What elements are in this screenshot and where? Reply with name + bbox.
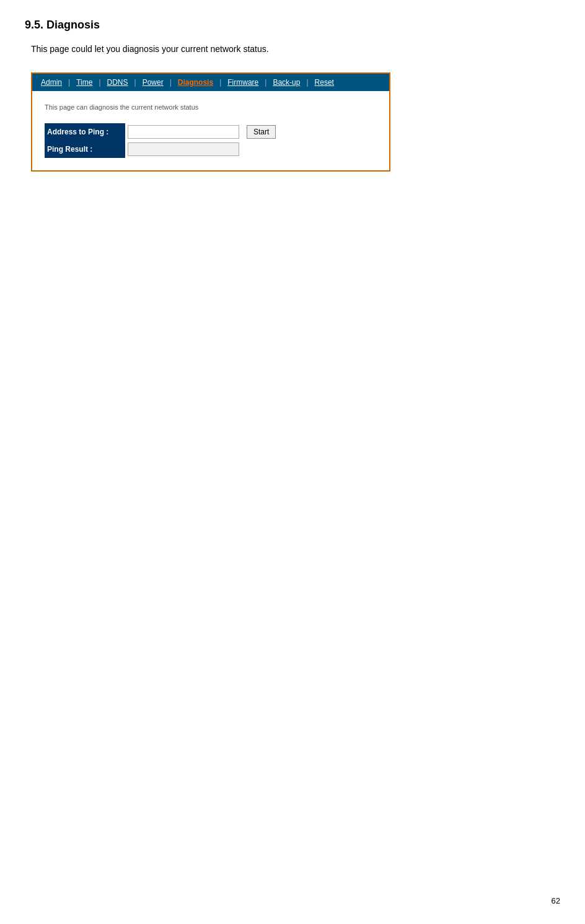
nav-sep-4: | [170, 78, 172, 87]
ping-result-input-cell [125, 141, 242, 158]
nav-item-admin[interactable]: Admin [36, 76, 67, 89]
nav-item-diagnosis[interactable]: Diagnosis [173, 76, 218, 89]
ping-result-label: Ping Result : [45, 141, 125, 158]
nav-item-ddns[interactable]: DDNS [102, 76, 133, 89]
table-row-result: Ping Result : [45, 141, 278, 158]
form-table: Address to Ping : Start Ping Result : [45, 123, 278, 158]
start-button[interactable]: Start [247, 125, 276, 139]
nav-sep-6: | [265, 78, 266, 87]
nav-sep-5: | [219, 78, 221, 87]
address-to-ping-label: Address to Ping : [45, 123, 125, 141]
nav-bar: Admin | Time | DDNS | Power | Diagnosis … [32, 74, 389, 91]
nav-sep-2: | [99, 78, 100, 87]
nav-item-firmware[interactable]: Firmware [222, 76, 263, 89]
address-to-ping-input-cell [125, 123, 242, 141]
nav-item-power[interactable]: Power [138, 76, 169, 89]
panel-body: This page can diagnosis the current netw… [32, 91, 389, 170]
page-number: 62 [552, 896, 560, 905]
nav-item-time[interactable]: Time [71, 76, 97, 89]
empty-cell [242, 141, 278, 158]
panel-info-text: This page can diagnosis the current netw… [45, 103, 377, 111]
nav-sep-7: | [306, 78, 308, 87]
nav-item-backup[interactable]: Back-up [268, 76, 305, 89]
table-row-address: Address to Ping : Start [45, 123, 278, 141]
page-title: 9.5. Diagnosis [25, 19, 560, 32]
page-description: This page could let you diagnosis your c… [25, 44, 560, 54]
ping-result-input [128, 142, 239, 156]
nav-sep-1: | [68, 78, 70, 87]
nav-item-reset[interactable]: Reset [310, 76, 339, 89]
nav-sep-3: | [134, 78, 136, 87]
panel-container: Admin | Time | DDNS | Power | Diagnosis … [31, 72, 390, 172]
address-to-ping-input[interactable] [128, 125, 239, 139]
start-button-cell: Start [242, 123, 278, 141]
